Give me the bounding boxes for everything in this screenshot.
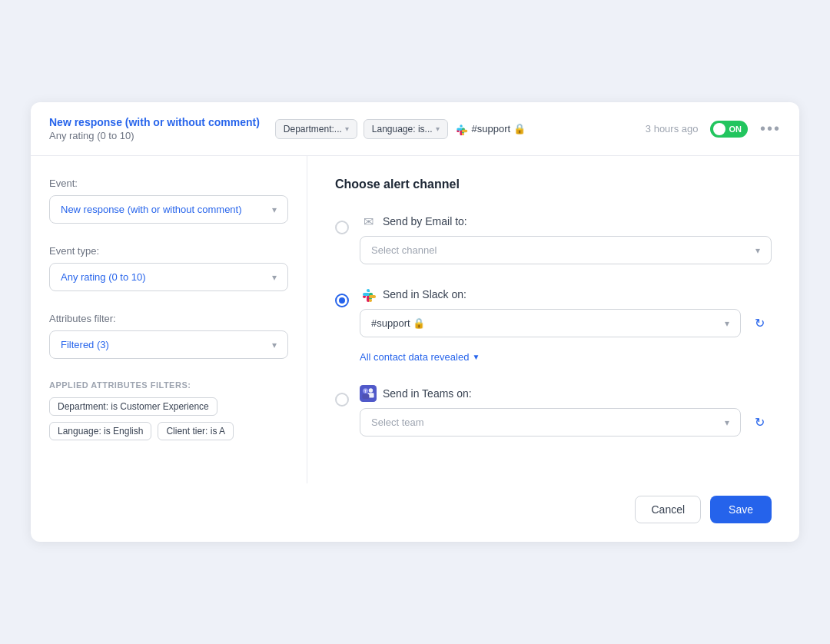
attributes-form-group: Attributes filter: Filtered (3) ▾: [49, 313, 288, 359]
event-type-label: Event type:: [49, 245, 288, 257]
filter-language-tag[interactable]: Language: is... ▾: [364, 119, 448, 139]
filter-chip: Department: is Customer Experience: [49, 397, 217, 416]
section-title: Choose alert channel: [335, 178, 772, 191]
left-panel: Event: New response (with or without com…: [31, 156, 307, 483]
filter-chip: Client tier: is A: [158, 422, 234, 440]
email-icon: ✉: [360, 213, 377, 230]
teams-option-content: T Send in Teams on: Select team ▾ ↻: [360, 385, 772, 437]
save-button[interactable]: Save: [710, 496, 772, 523]
email-channel-select[interactable]: Select channel ▾: [360, 236, 772, 264]
slack-option-icon: [360, 286, 377, 303]
event-label: Event:: [49, 178, 288, 189]
header-filters: Department:... ▾ Language: is... ▾: [275, 119, 636, 139]
card-header: New response (with or without comment) A…: [31, 102, 799, 156]
email-radio[interactable]: [335, 221, 349, 234]
timestamp: 3 hours ago: [646, 123, 699, 134]
attributes-label: Attributes filter:: [49, 313, 288, 324]
header-title-main: New response (with or without comment): [49, 116, 260, 128]
email-label-row: ✉ Send by Email to:: [360, 213, 772, 230]
chevron-down-icon: ▾: [755, 245, 760, 256]
teams-refresh-button[interactable]: ↻: [747, 410, 772, 435]
slack-option-content: Send in Slack on: #support 🔒 ▾ ↻ All con: [360, 286, 772, 363]
teams-label-row: T Send in Teams on:: [360, 385, 772, 402]
chevron-down-icon: ▾: [272, 340, 277, 350]
event-type-form-group: Event type: Any rating (0 to 10) ▾: [49, 245, 288, 291]
teams-svg-icon: T: [360, 385, 377, 402]
svg-point-1: [369, 388, 374, 393]
attributes-dropdown[interactable]: Filtered (3) ▾: [49, 330, 288, 359]
event-dropdown[interactable]: New response (with or without comment) ▾: [49, 195, 288, 224]
caret-down-icon: ▼: [472, 353, 480, 361]
teams-select-wrap: Select team ▾ ↻: [360, 408, 772, 437]
more-options-button[interactable]: •••: [760, 120, 781, 138]
event-form-group: Event: New response (with or without com…: [49, 178, 288, 224]
chevron-down-icon: ▾: [272, 272, 277, 283]
chevron-down-icon: ▾: [725, 417, 729, 428]
email-option: ✉ Send by Email to: Select channel ▾: [335, 213, 772, 264]
slack-option: Send in Slack on: #support 🔒 ▾ ↻ All con: [335, 286, 772, 363]
svg-text:T: T: [364, 390, 367, 393]
slack-label-row: Send in Slack on:: [360, 286, 772, 303]
card-footer: Cancel Save: [31, 483, 799, 542]
teams-radio[interactable]: [335, 393, 349, 407]
slack-radio[interactable]: [335, 294, 349, 307]
header-right: 3 hours ago ON •••: [646, 120, 781, 138]
chevron-down-icon: ▾: [272, 204, 277, 215]
filter-department-tag[interactable]: Department:... ▾: [275, 119, 357, 139]
filter-chip: Language: is English: [49, 422, 151, 440]
teams-icon: T: [360, 385, 377, 402]
event-type-dropdown[interactable]: Any rating (0 to 10) ▾: [49, 263, 288, 291]
applied-filters-label: APPLIED ATTRIBUTES FILTERS:: [49, 380, 288, 390]
email-option-label: Send by Email to:: [383, 215, 467, 227]
right-panel: Choose alert channel ✉ Send by Email to:…: [307, 156, 799, 483]
slack-channel-badge: #support 🔒: [454, 122, 526, 136]
slack-icon: [454, 122, 468, 136]
teams-option: T Send in Teams on: Select team ▾ ↻: [335, 385, 772, 437]
slack-channel-dropdown[interactable]: #support 🔒 ▾: [360, 309, 741, 337]
svg-rect-4: [362, 394, 369, 399]
chevron-down-icon: ▾: [345, 124, 349, 133]
header-title: New response (with or without comment) A…: [49, 116, 260, 141]
reveal-contact-link[interactable]: All contact data revealed ▼: [360, 351, 480, 363]
email-select-wrap: Select channel ▾: [360, 236, 772, 264]
applied-filters-group: APPLIED ATTRIBUTES FILTERS: Department: …: [49, 380, 288, 440]
email-option-content: ✉ Send by Email to: Select channel ▾: [360, 213, 772, 264]
filter-chips: Department: is Customer Experience Langu…: [49, 397, 288, 440]
teams-channel-dropdown[interactable]: Select team ▾: [360, 408, 741, 437]
toggle-on[interactable]: ON: [710, 121, 748, 138]
toggle-circle: [713, 123, 725, 135]
slack-refresh-button[interactable]: ↻: [747, 311, 772, 336]
slack-option-label: Send in Slack on:: [383, 288, 466, 300]
cancel-button[interactable]: Cancel: [635, 496, 701, 523]
header-title-sub: Any rating (0 to 10): [49, 130, 260, 141]
teams-option-label: Send in Teams on:: [383, 387, 472, 400]
chevron-down-icon: ▾: [436, 124, 440, 133]
slack-select-wrap: #support 🔒 ▾ ↻: [360, 309, 772, 337]
card-body: Event: New response (with or without com…: [31, 156, 799, 483]
chevron-down-icon: ▾: [725, 318, 729, 329]
